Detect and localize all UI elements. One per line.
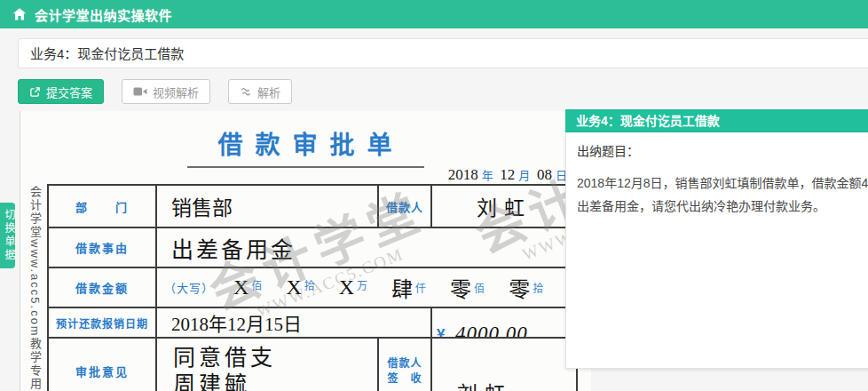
form-side-note: 会计学堂www.acc5.com教学专用 xyxy=(27,186,43,391)
repay-date-label: 预计还款报销日期 xyxy=(48,307,156,338)
reason-value: 出差备用金 xyxy=(156,227,577,267)
repay-date-value: 2018年12月15日 xyxy=(156,307,431,338)
video-analysis-button[interactable]: 视频解析 xyxy=(122,79,210,104)
caps-prefix: （大写） xyxy=(164,279,214,296)
video-analysis-label: 视频解析 xyxy=(153,84,199,100)
form-table: 部 门 销售部 借款人 刘虹 借款事由 出差备用金 借款金额 （大写） X佰 X… xyxy=(47,184,578,391)
amount-caps-cell: （大写） X佰 X拾 X万 肆仟 零佰 零拾 零元 xyxy=(156,267,577,307)
cap-pair: 零佰 xyxy=(450,272,485,303)
form-date-day: 08 xyxy=(537,166,552,183)
task-subtitle: 出纳题目： xyxy=(577,141,868,159)
loan-approval-form: 借款审批单 2018年 12月 08日 会计学堂www.acc5.com教学专用… xyxy=(20,111,591,391)
cap-pair: X佰 xyxy=(233,275,262,299)
toolbar: 提交答案 视频解析 解析 xyxy=(18,79,292,104)
cap-pair: X万 xyxy=(339,275,367,299)
borrower-signature: 刘虹 xyxy=(457,377,512,391)
form-date-year: 2018 xyxy=(448,166,478,183)
row-reason: 借款事由 出差备用金 xyxy=(48,227,577,267)
analysis-button[interactable]: 解析 xyxy=(228,79,292,104)
approval-opinion-line1: 同意借支 xyxy=(157,345,377,371)
form-date-month: 12 xyxy=(500,166,515,183)
task-panel: 业务4：现金付讫员工借款 出纳题目： 2018年12月8日，销售部刘虹填制借款单… xyxy=(565,109,868,369)
page-title: 业务4：现金付讫员工借款 xyxy=(18,38,868,68)
row-department: 部 门 销售部 借款人 刘虹 xyxy=(48,185,577,227)
analysis-label: 解析 xyxy=(257,84,280,100)
department-label: 部 门 xyxy=(48,185,156,227)
currency-symbol: ¥ xyxy=(437,326,445,338)
cap-pair: 肆仟 xyxy=(391,272,426,303)
cap-pair: 零拾 xyxy=(509,272,543,303)
approval-signature: 周建毓 xyxy=(157,371,377,391)
submit-answer-label: 提交答案 xyxy=(46,84,92,100)
department-value: 销售部 xyxy=(156,185,378,227)
task-text-line: 2018年12月8日，销售部刘虹填制借款单，借款金额4000元，款项用途为 xyxy=(577,172,868,195)
form-title: 借款审批单 xyxy=(20,125,591,168)
top-navbar: 会计学堂出纳实操软件 xyxy=(0,0,868,28)
approval-opinion: 同意借支 周建毓 xyxy=(156,338,378,391)
amount-figures-value: 4000.00 xyxy=(455,323,528,338)
video-camera-icon xyxy=(133,86,147,97)
row-approval: 审批意见 同意借支 周建毓 借款人 签 收 刘虹 2018年12月08日 xyxy=(48,338,577,391)
row-repay-date: 预计还款报销日期 2018年12月15日 ¥ 4000.00 xyxy=(48,307,577,338)
borrower-sign-cell: 刘虹 2018年12月08日 xyxy=(431,338,577,391)
app-title: 会计学堂出纳实操软件 xyxy=(35,5,172,24)
task-text-line: 出差备用金，请您代出纳冷艳办理付款业务。 xyxy=(577,195,868,218)
submit-answer-button[interactable]: 提交答案 xyxy=(18,79,104,104)
analysis-icon xyxy=(240,85,252,98)
form-date: 2018年 12月 08日 xyxy=(47,166,576,184)
row-amount-caps: 借款金额 （大写） X佰 X拾 X万 肆仟 零佰 零拾 零元 xyxy=(48,267,577,307)
switch-document-tab[interactable]: 切换单据 xyxy=(0,203,15,268)
cap-pair: X拾 xyxy=(286,275,314,299)
borrower-value: 刘虹 xyxy=(431,185,577,227)
task-panel-title: 业务4：现金付讫员工借款 xyxy=(565,109,868,132)
amount-label: 借款金额 xyxy=(48,267,156,307)
app-viewport: 会计学堂出纳实操软件 业务4：现金付讫员工借款 提交答案 视频解析 解析 xyxy=(0,0,868,391)
task-panel-body: 出纳题目： 2018年12月8日，销售部刘虹填制借款单，借款金额4000元，款项… xyxy=(565,132,868,369)
borrower-sign-label: 借款人 签 收 xyxy=(378,338,431,391)
borrower-label: 借款人 xyxy=(378,185,431,227)
reason-label: 借款事由 xyxy=(48,227,156,267)
approval-label: 审批意见 xyxy=(48,338,156,391)
amount-figures-cell: ¥ 4000.00 xyxy=(431,307,577,338)
home-icon[interactable] xyxy=(12,7,27,21)
external-link-icon xyxy=(29,86,41,98)
